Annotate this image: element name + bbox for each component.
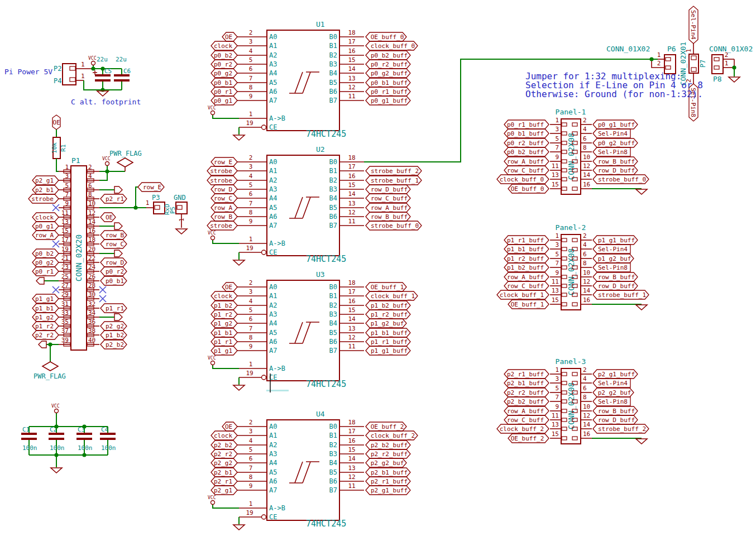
net-label-p2_b2_buff-text[interactable]: p2_b2_buff <box>507 398 544 405</box>
ic-ref[interactable]: U4 <box>316 410 325 418</box>
note-pi-power[interactable]: Pi Power 5V <box>4 68 52 76</box>
net-label-p2_r1-text[interactable]: p2_r1 <box>106 195 124 203</box>
connector-part-p6[interactable]: CONN_01X02 <box>606 45 650 53</box>
net-label-p2_r2-text[interactable]: p2_r2 <box>35 332 54 339</box>
gnd-symbol[interactable] <box>729 77 740 82</box>
connector-ref-p7[interactable]: P7 <box>699 60 707 68</box>
net-label-p0_b1_buff-text[interactable]: p0_b1_buff <box>507 130 544 137</box>
net-label-p2_g1_buff-text[interactable]: p2_g1_buff <box>598 371 635 378</box>
panel-title[interactable]: Panel-3 <box>556 357 586 366</box>
gnd-symbol[interactable] <box>233 135 245 140</box>
net-label-clock-text[interactable]: clock <box>214 293 232 300</box>
ic-ref[interactable]: U3 <box>316 270 325 279</box>
net-label-strobe-text[interactable]: strobe <box>31 195 54 203</box>
net-label-p2_b1-text[interactable]: p2_b1 <box>214 469 232 476</box>
resistor-value[interactable]: 10k <box>51 142 58 154</box>
net-label-p1_r2_buff-text[interactable]: p1_r2_buff <box>371 311 408 318</box>
net-label-row_E-text[interactable]: row_E <box>143 184 161 191</box>
net-label-p1_r1_buff-text[interactable]: p1_r1_buff <box>371 338 408 346</box>
net-label-row_C-text[interactable]: row_C <box>106 241 124 248</box>
connector-ref-p1[interactable]: P1 <box>71 156 80 165</box>
gnd-symbol[interactable] <box>233 385 245 390</box>
net-label-Sel-Pin8-text[interactable]: Sel-Pin8 <box>598 264 628 271</box>
net-label-p1_b1_buff-text[interactable]: p1_b1_buff <box>507 246 544 253</box>
hier-arrow-icon[interactable] <box>114 186 122 193</box>
net-label-strobe_buff_0-text[interactable]: strobe_buff_0 <box>371 222 419 229</box>
net-label-OE-text[interactable]: OE <box>225 423 232 430</box>
net-label-p0_g2-text[interactable]: p0_g2 <box>214 70 232 77</box>
note-c-alt-footprint[interactable]: C alt. footprint <box>71 98 141 106</box>
net-label-row_A-text[interactable]: row_A <box>35 232 54 239</box>
panel-part[interactable]: CONN_02X08 <box>567 248 576 295</box>
net-label-p1_g2-text[interactable]: p1_g2 <box>214 320 232 327</box>
net-label-p1_g2-text[interactable]: p1_g2 <box>35 314 54 321</box>
net-label-Sel-Pin4-text[interactable]: Sel-Pin4 <box>690 10 697 40</box>
cap-ref-c5[interactable]: C5 <box>104 68 112 75</box>
hier-arrow-icon[interactable] <box>114 223 122 229</box>
resistor-ref[interactable]: R1 <box>60 144 67 151</box>
net-label-p1_g2_buf-text[interactable]: p1_g2_buf <box>598 255 631 262</box>
net-label-Sel-Pin4-text[interactable]: Sel-Pin4 <box>598 130 628 137</box>
net-label-row_A_buff-text[interactable]: row_A_buff <box>507 274 544 281</box>
pwr-flag-symbol[interactable] <box>42 362 58 371</box>
net-label-row_D-text[interactable]: row_D <box>106 259 124 266</box>
net-label-p1_g1_buff-text[interactable]: p1_g1_buff <box>598 237 635 244</box>
gnd-symbol[interactable] <box>233 525 245 530</box>
net-label-row_A_buff-text[interactable]: row_A_buff <box>371 204 408 212</box>
net-label-clock_buff_2-text[interactable]: clock_buff_2 <box>500 425 544 433</box>
net-label-p1_g1-text[interactable]: p1_g1 <box>214 347 232 355</box>
net-label-p0_r2_buff-text[interactable]: p0_r2_buff <box>507 140 544 147</box>
net-label-p0_b2-text[interactable]: p0_b2 <box>214 52 232 59</box>
net-label-strobe_buff_1-text[interactable]: strobe_buff_1 <box>598 291 646 299</box>
net-label-row_B_buff-text[interactable]: row_B_buff <box>371 213 408 221</box>
ic-ref[interactable]: U2 <box>316 145 325 154</box>
net-label-p1_b1_buff-text[interactable]: p1_b1_buff <box>371 329 408 337</box>
net-label-p1_g1-text[interactable]: p1_g1 <box>35 295 54 303</box>
net-label-p0_g1-text[interactable]: p0_g1 <box>35 223 54 230</box>
cap-value-c5[interactable]: 22u <box>97 56 108 63</box>
net-label-clock-text[interactable]: clock <box>214 42 232 50</box>
connector-ref-p3[interactable]: P3 <box>152 194 160 202</box>
panel-part[interactable]: CONN_02X08 <box>567 382 576 429</box>
net-label-strobe_buff_2-text[interactable]: strobe_buff_2 <box>371 167 419 175</box>
vcc-symbol[interactable] <box>211 236 215 240</box>
net-label-p1_r2_buff-text[interactable]: p1_r2_buff <box>507 255 544 262</box>
p7-body[interactable] <box>689 54 698 73</box>
net-label-p0_b1-text[interactable]: p0_b1 <box>106 277 124 285</box>
net-label-row_D_buff-text[interactable]: row_D_buff <box>598 416 635 424</box>
net-label-Sel-Pin4-text[interactable]: Sel-Pin4 <box>598 246 628 253</box>
net-label-Sel-Pin4-text[interactable]: Sel-Pin4 <box>598 380 628 387</box>
net-label-p0_g2_buff-text[interactable]: p0_g2_buff <box>371 70 408 77</box>
net-label-row_A-text[interactable]: row_A <box>214 204 232 212</box>
net-label-p0_g2_buff-text[interactable]: p0_g2_buff <box>598 140 635 147</box>
connector-ref-p6[interactable]: P6 <box>667 45 676 53</box>
connector-ref-p8[interactable]: P8 <box>713 75 722 83</box>
net-label-p2_g2-text[interactable]: p2_g2 <box>214 459 232 467</box>
net-label-strobe_buff_2-text[interactable]: strobe_buff_2 <box>598 425 646 433</box>
hier-arrow-icon[interactable] <box>114 250 122 257</box>
net-label-p2_r2_buff-text[interactable]: p2_r2_buff <box>507 389 544 396</box>
net-label-row_B_buff-text[interactable]: row_B_buff <box>598 274 635 281</box>
net-label-p2_g1_buff-text[interactable]: p2_g1_buff <box>371 487 408 494</box>
net-label-p2_b1_buff-text[interactable]: p2_b1_buff <box>371 469 408 476</box>
net-label-p2_b1_buff-text[interactable]: p2_b1_buff <box>507 380 544 387</box>
vcc-symbol[interactable] <box>106 162 109 166</box>
p3-body[interactable] <box>154 202 165 214</box>
net-label-clock_buff_1-text[interactable]: clock_buff_1 <box>500 291 544 299</box>
net-label-p1_b2_buff-text[interactable]: p1_b2_buff <box>507 264 544 271</box>
net-label-p2_b2-text[interactable]: p2_b2 <box>214 442 232 449</box>
net-label-p2_b2_buff-text[interactable]: p2_b2_buff <box>371 442 408 449</box>
net-label-row_D-text[interactable]: row_D <box>214 186 232 193</box>
net-label-row_D_buff-text[interactable]: row_D_buff <box>598 167 635 174</box>
cap-ref-c6[interactable]: C6 <box>123 68 131 75</box>
cap-value[interactable]: 100n <box>101 444 116 452</box>
net-label-p0_g1_buff-text[interactable]: p0_g1_buff <box>371 97 408 104</box>
net-label-p0_b2_buff-text[interactable]: p0_b2_buff <box>371 52 408 59</box>
connector-part-p1[interactable]: CONN_02X20 <box>74 234 84 281</box>
net-label-row_B-text[interactable]: row_B <box>106 232 124 239</box>
panel-gnd-symbol[interactable] <box>636 189 647 194</box>
net-label-p0_r1_buff-text[interactable]: p0_r1_buff <box>507 121 544 128</box>
p5-body[interactable] <box>176 202 187 214</box>
cap-value-c6[interactable]: 22u <box>116 56 127 63</box>
ic-ref[interactable]: U1 <box>316 20 325 28</box>
